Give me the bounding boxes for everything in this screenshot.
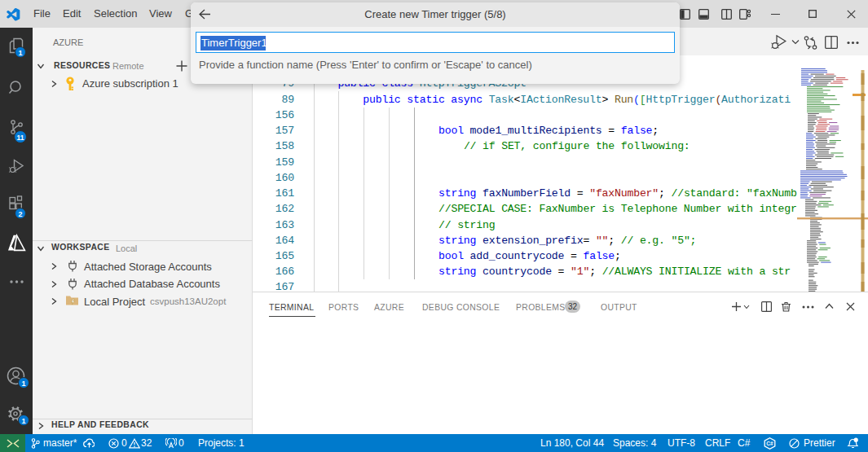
svg-text:C#: C# — [766, 441, 773, 446]
